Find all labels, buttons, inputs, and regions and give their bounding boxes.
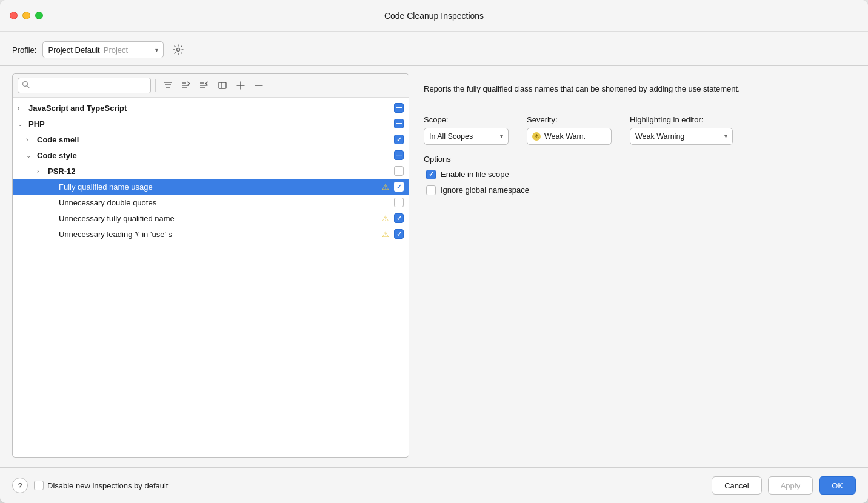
svg-point-0 <box>177 48 180 52</box>
collapse-all-icon <box>199 81 209 90</box>
toolbar-separator <box>155 79 156 92</box>
scope-group: Scope: In All Scopes ▾ <box>424 115 509 145</box>
scope-chevron-icon: ▾ <box>500 133 503 139</box>
expand-arrow-psr12: › <box>37 168 45 175</box>
checkbox-js-ts[interactable] <box>394 103 404 113</box>
profile-row: Profile: Project Default Project ▾ <box>12 41 856 58</box>
checkbox-enable-file-scope[interactable] <box>426 170 436 179</box>
header-divider <box>0 65 868 66</box>
help-icon: ? <box>18 481 22 490</box>
option-enable-file-scope: Enable in file scope <box>424 170 841 179</box>
checkbox-double-quotes[interactable] <box>394 198 404 207</box>
highlighting-chevron-icon: ▾ <box>724 133 727 139</box>
expand-all-icon <box>181 81 191 90</box>
tree-item-js-ts[interactable]: › JavaScript and TypeScript <box>13 100 409 116</box>
left-panel: › JavaScript and TypeScript ⌄ PHP › Code… <box>12 73 409 458</box>
checkbox-code-smell[interactable] <box>394 135 404 144</box>
bottom-bar: ? Disable new inspections by default Can… <box>0 467 868 503</box>
add-button[interactable] <box>233 78 249 93</box>
profile-dropdown[interactable]: Project Default Project ▾ <box>42 41 164 58</box>
expand-arrow-code-style: ⌄ <box>26 152 35 159</box>
traffic-lights <box>10 12 43 19</box>
checkbox-unnecessary-fq[interactable] <box>394 213 404 223</box>
svg-line-2 <box>27 86 30 88</box>
warn-icon-leading-backslash: ⚠ <box>382 230 389 239</box>
right-divider <box>424 105 841 105</box>
warn-icon-unnecessary-fq: ⚠ <box>382 214 389 223</box>
severity-warn-badge: ⚠ <box>532 132 541 141</box>
main-area: › JavaScript and TypeScript ⌄ PHP › Code… <box>12 73 856 458</box>
remove-icon <box>255 81 263 90</box>
checkbox-php[interactable] <box>394 119 404 128</box>
tree-label-code-style: Code style <box>37 151 392 160</box>
checkbox-code-style[interactable] <box>394 150 404 160</box>
tree-item-code-style[interactable]: ⌄ Code style <box>13 147 409 163</box>
severity-dropdown-value: Weak Warn. <box>544 132 586 141</box>
warn-icon-fully-qualified: ⚠ <box>382 182 389 192</box>
minimize-button[interactable] <box>22 12 30 19</box>
severity-label: Severity: <box>527 115 612 124</box>
tree-item-leading-backslash[interactable]: Unnecessary leading '\' in 'use' s ⚠ <box>13 226 409 242</box>
option-label-ignore-global-ns: Ignore global namespace <box>441 185 529 195</box>
disable-new-checkbox[interactable] <box>34 481 44 490</box>
toolbar <box>13 74 409 98</box>
window-title: Code Cleanup Inspections <box>384 11 484 21</box>
highlighting-dropdown[interactable]: Weak Warning ▾ <box>630 128 733 145</box>
tree-item-unnecessary-fq[interactable]: Unnecessary fully qualified name ⚠ <box>13 210 409 226</box>
tree-item-php[interactable]: ⌄ PHP <box>13 116 409 132</box>
option-ignore-global-ns: Ignore global namespace <box>424 185 841 195</box>
severity-group: Severity: ⚠ Weak Warn. <box>527 115 612 145</box>
search-input[interactable] <box>32 81 147 90</box>
chevron-down-icon: ▾ <box>155 47 158 53</box>
remove-button[interactable] <box>251 78 267 93</box>
description-text: Reports the fully qualified class names … <box>424 83 800 95</box>
right-panel: Reports the fully qualified class names … <box>409 73 856 458</box>
option-label-enable-file-scope: Enable in file scope <box>441 170 509 179</box>
highlighting-label: Highlighting in editor: <box>630 115 733 124</box>
expand-arrow-js-ts: › <box>18 105 26 112</box>
maximize-button[interactable] <box>35 12 43 19</box>
checkbox-psr12[interactable] <box>394 166 404 176</box>
cancel-button[interactable]: Cancel <box>712 476 761 495</box>
ok-button[interactable]: OK <box>819 476 856 495</box>
options-section: Options Enable in file scope Ignore glob… <box>424 155 841 195</box>
tree-label-js-ts: JavaScript and TypeScript <box>28 104 392 113</box>
tree-label-fully-qualified: Fully qualified name usage <box>59 182 379 192</box>
checkbox-ignore-global-ns[interactable] <box>426 185 436 195</box>
tree-item-code-smell[interactable]: › Code smell <box>13 132 409 147</box>
apply-button[interactable]: Apply <box>768 476 813 495</box>
disable-new-label: Disable new inspections by default <box>47 481 168 490</box>
profile-dropdown-value: Project Default <box>48 45 99 55</box>
scope-dropdown[interactable]: In All Scopes ▾ <box>424 128 509 145</box>
close-button[interactable] <box>10 12 18 19</box>
tree-label-double-quotes: Unnecessary double quotes <box>59 198 392 207</box>
tree-label-psr12: PSR-12 <box>48 167 392 176</box>
expand-all-button[interactable] <box>178 78 194 93</box>
tree-item-double-quotes[interactable]: Unnecessary double quotes <box>13 195 409 210</box>
help-button[interactable]: ? <box>12 478 28 493</box>
highlighting-group: Highlighting in editor: Weak Warning ▾ <box>630 115 733 145</box>
reset-icon <box>218 81 227 90</box>
main-window: Code Cleanup Inspections Profile: Projec… <box>0 0 868 503</box>
filter-button[interactable] <box>160 78 176 93</box>
gear-icon <box>173 44 184 55</box>
titlebar: Code Cleanup Inspections <box>0 0 868 32</box>
scope-severity-row: Scope: In All Scopes ▾ Severity: ⚠ Weak … <box>424 115 841 145</box>
tree-item-psr12[interactable]: › PSR-12 <box>13 163 409 179</box>
expand-arrow-code-smell: › <box>26 136 35 143</box>
tree-item-fully-qualified[interactable]: Fully qualified name usage ⚠ <box>13 179 409 195</box>
reset-button[interactable] <box>215 78 230 93</box>
checkbox-leading-backslash[interactable] <box>394 229 404 239</box>
collapse-all-button[interactable] <box>196 78 212 93</box>
tree-label-php: PHP <box>28 119 392 128</box>
search-wrap[interactable] <box>18 78 151 93</box>
checkbox-fully-qualified[interactable] <box>394 182 404 192</box>
highlighting-dropdown-value: Weak Warning <box>635 132 684 141</box>
filter-icon <box>163 81 173 90</box>
add-icon <box>236 81 245 90</box>
tree-label-leading-backslash: Unnecessary leading '\' in 'use' s <box>59 230 379 239</box>
options-header: Options <box>424 155 841 164</box>
gear-button[interactable] <box>170 41 187 58</box>
profile-dropdown-subtext: Project <box>104 45 128 55</box>
severity-dropdown[interactable]: ⚠ Weak Warn. <box>527 128 612 145</box>
